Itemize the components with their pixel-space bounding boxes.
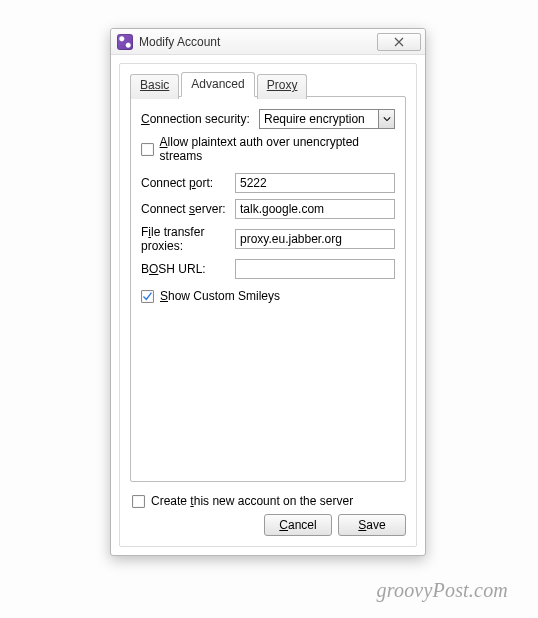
checkbox-show-custom-smileys[interactable]	[141, 290, 154, 303]
titlebar: Modify Account	[111, 29, 425, 55]
chevron-down-icon[interactable]	[378, 110, 394, 128]
tab-advanced-label: Advanced	[191, 77, 244, 91]
tab-basic[interactable]: Basic	[130, 74, 179, 99]
row-file-transfer-proxies: File transfer proxies:	[141, 225, 395, 253]
app-icon	[117, 34, 133, 50]
close-button[interactable]	[377, 33, 421, 51]
label-bosh-url: BOSH URL:	[141, 262, 229, 276]
save-button[interactable]: Save	[338, 514, 406, 536]
input-connect-server[interactable]	[235, 199, 395, 219]
label-allow-plaintext: Allow plaintext auth over unencrypted st…	[160, 135, 395, 163]
row-connect-port: Connect port:	[141, 173, 395, 193]
row-allow-plaintext[interactable]: Allow plaintext auth over unencrypted st…	[141, 135, 395, 163]
label-create-account: Create this new account on the server	[151, 494, 353, 508]
row-create-account[interactable]: Create this new account on the server	[132, 494, 406, 508]
input-connect-port[interactable]	[235, 173, 395, 193]
label-connect-port: Connect port:	[141, 176, 229, 190]
label-connect-server: Connect server:	[141, 202, 229, 216]
tab-proxy[interactable]: Proxy	[257, 74, 308, 99]
input-bosh-url[interactable]	[235, 259, 395, 279]
modify-account-window: Modify Account Basic Advanced Proxy Conn…	[110, 28, 426, 556]
button-row: Cancel Save	[130, 514, 406, 536]
client-area: Basic Advanced Proxy Connection security…	[111, 55, 425, 555]
tab-panel-advanced: Connection security: Allow plaintext aut…	[130, 96, 406, 482]
label-file-transfer-proxies: File transfer proxies:	[141, 225, 229, 253]
window-title: Modify Account	[139, 35, 371, 49]
cancel-button[interactable]: Cancel	[264, 514, 332, 536]
tab-strip: Basic Advanced Proxy	[130, 72, 406, 97]
connection-security-combo[interactable]	[259, 109, 395, 129]
checkbox-allow-plaintext[interactable]	[141, 143, 154, 156]
input-file-transfer-proxies[interactable]	[235, 229, 395, 249]
close-icon	[394, 37, 404, 47]
row-show-custom-smileys[interactable]: Show Custom Smileys	[141, 289, 395, 303]
connection-security-value[interactable]	[259, 109, 395, 129]
watermark: groovyPost.com	[377, 579, 508, 602]
checkbox-create-account[interactable]	[132, 495, 145, 508]
label-show-custom-smileys: Show Custom Smileys	[160, 289, 280, 303]
footer: Create this new account on the server Ca…	[130, 490, 406, 536]
tab-advanced[interactable]: Advanced	[181, 72, 254, 97]
tab-proxy-label: Proxy	[267, 78, 298, 92]
row-bosh-url: BOSH URL:	[141, 259, 395, 279]
inner-frame: Basic Advanced Proxy Connection security…	[119, 63, 417, 547]
tab-basic-label: Basic	[140, 78, 169, 92]
row-connect-server: Connect server:	[141, 199, 395, 219]
label-connection-security: Connection security:	[141, 112, 253, 126]
row-connection-security: Connection security:	[141, 109, 395, 129]
